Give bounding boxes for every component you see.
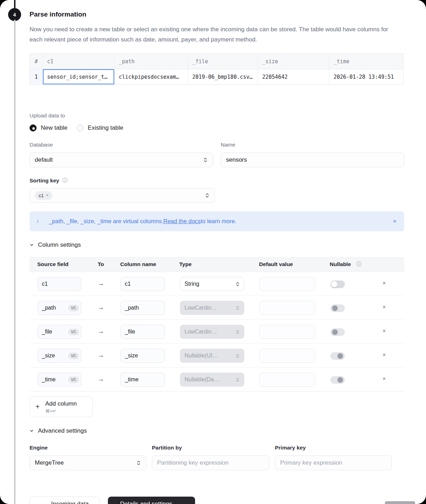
add-column-label: Add column — [45, 400, 77, 407]
add-column-button[interactable]: + Add column ⌘+↵ — [30, 396, 93, 417]
advanced-settings-title: Advanced settings — [38, 427, 87, 434]
chevron-updown-icon — [136, 460, 141, 466]
step-number-badge: 4 — [8, 8, 21, 21]
type-select[interactable]: String — [180, 277, 244, 291]
preview-header-time: _time — [329, 54, 402, 69]
info-icon[interactable]: ⓘ — [356, 261, 361, 267]
preview-data-row: 1 sensor_id;sensor_t… clickpipesdocsexam… — [30, 69, 403, 84]
default-value-input[interactable] — [259, 277, 315, 291]
column-name-input[interactable] — [120, 277, 165, 291]
chevron-down-icon — [30, 429, 34, 433]
advanced-settings-toggle[interactable]: Advanced settings — [30, 427, 404, 434]
radio-new-table[interactable]: New table — [30, 124, 67, 131]
remove-column-icon[interactable]: × — [381, 352, 388, 358]
column-name-input[interactable] — [120, 349, 165, 363]
table-name-input[interactable] — [221, 153, 404, 167]
default-value-input[interactable] — [259, 325, 315, 339]
preview-cell-path[interactable]: clickpipesdocsexam… — [115, 69, 188, 84]
vc-badge: VC — [68, 376, 79, 383]
toggle-knob — [331, 281, 337, 287]
plus-icon: + — [36, 403, 40, 411]
upload-data-to-label: Upload data to — [30, 112, 404, 119]
upload-options: New table Existing table — [30, 124, 404, 131]
primary-key-input[interactable] — [275, 455, 392, 470]
advanced-fields: Engine MergeTree Partition by Primary ke… — [30, 445, 404, 481]
source-field-input[interactable]: _time VC — [37, 373, 82, 387]
type-select: LowCardin… — [180, 325, 244, 339]
preview-header-c1: c1 — [43, 54, 115, 69]
preview-cell-file[interactable]: 2019-06_bmp180.csv… — [188, 69, 258, 84]
column-settings-toggle[interactable]: Column settings — [30, 241, 404, 248]
nullable-toggle[interactable] — [330, 280, 345, 288]
column-name-input[interactable] — [120, 373, 165, 387]
preview-cell-time[interactable]: 2026-01-28 13:49:51 — [329, 69, 402, 84]
name-label: Name — [221, 142, 404, 148]
footer-actions: ← Incoming data Details and settings → — [30, 497, 404, 504]
banner-info-icon: i — [37, 219, 38, 224]
preview-row-index: 1 — [30, 69, 43, 84]
step-content: Parse information Now you need to create… — [30, 0, 404, 504]
column-name-input[interactable] — [120, 301, 165, 315]
nullable-toggle — [330, 352, 345, 360]
type-select: Nullable(Da… — [180, 373, 244, 387]
radio-existing-table[interactable]: Existing table — [77, 124, 123, 131]
banner-text-after: to learn more. — [201, 218, 237, 225]
header-column-name: Column name — [120, 261, 156, 267]
banner-text-before: _path, _file, _size, _time are virtual c… — [49, 218, 163, 225]
add-column-shortcut: ⌘+↵ — [45, 408, 77, 414]
column-row-size: _size VC → Nullable(UI… × — [30, 343, 404, 367]
column-row-c1: c1 → String × — [30, 272, 404, 296]
radio-unselected-icon — [77, 124, 84, 131]
info-icon[interactable]: ⓘ — [62, 177, 67, 184]
sorting-key-select[interactable]: c1 × — [30, 188, 215, 203]
engine-value: MergeTree — [35, 459, 64, 466]
source-field-input[interactable]: c1 — [37, 277, 82, 291]
nullable-toggle — [330, 376, 345, 384]
primary-key-label: Primary key — [275, 445, 392, 451]
default-value-input[interactable] — [259, 301, 315, 315]
partition-by-input[interactable] — [152, 455, 269, 470]
parse-information-panel: 4 Parse information Now you need to crea… — [0, 0, 426, 504]
column-name-input[interactable] — [120, 325, 165, 339]
toggle-knob — [332, 329, 338, 335]
engine-select[interactable]: MergeTree — [30, 455, 146, 470]
column-settings-title: Column settings — [38, 241, 81, 248]
header-to: To — [98, 261, 104, 267]
preview-header-path: _path — [115, 54, 188, 69]
chip-remove-icon[interactable]: × — [46, 193, 49, 198]
arrow-right-icon: → — [97, 351, 104, 359]
source-field-input[interactable]: _path VC — [37, 301, 82, 315]
toggle-knob — [337, 377, 343, 383]
header-source-field: Source field — [37, 261, 69, 267]
details-and-settings-label: Details and settings — [120, 500, 172, 504]
radio-new-table-label: New table — [41, 124, 67, 131]
source-field-input[interactable]: _file VC — [37, 325, 82, 339]
remove-column-icon[interactable]: × — [381, 376, 388, 382]
remove-column-icon[interactable]: × — [381, 328, 388, 334]
source-field-input[interactable]: _size VC — [37, 349, 82, 363]
page-title: Parse information — [30, 11, 404, 18]
default-value-input[interactable] — [259, 349, 315, 363]
sorting-key-chip: c1 × — [35, 191, 52, 200]
details-and-settings-button[interactable]: Details and settings → — [108, 497, 195, 504]
default-value-input[interactable] — [259, 373, 315, 387]
database-select[interactable]: default — [30, 153, 213, 167]
preview-cell-c1[interactable]: sensor_id;sensor_t… — [43, 69, 115, 84]
arrow-right-icon: → — [97, 280, 104, 287]
preview-cell-size[interactable]: 22054642 — [258, 69, 329, 84]
stepper-line — [14, 20, 15, 504]
remove-column-icon[interactable]: × — [381, 304, 388, 310]
column-row-time: _time VC → Nullable(Da… × — [30, 367, 404, 391]
incoming-data-button[interactable]: ← Incoming data — [30, 497, 100, 504]
column-settings-table: Source field To Column name Type Default… — [30, 257, 404, 392]
toggle-knob — [337, 353, 343, 359]
preview-header-size: _size — [258, 54, 329, 69]
arrow-right-icon: → — [97, 375, 104, 383]
arrow-right-icon: → — [97, 304, 104, 311]
horizontal-scrollbar-thumb[interactable] — [385, 501, 415, 504]
banner-close-icon[interactable]: × — [393, 218, 396, 225]
chevron-updown-icon — [205, 193, 209, 198]
remove-column-icon[interactable]: × — [381, 280, 388, 286]
read-the-docs-link[interactable]: Read the docs — [163, 218, 200, 225]
radio-selected-icon — [30, 124, 37, 131]
